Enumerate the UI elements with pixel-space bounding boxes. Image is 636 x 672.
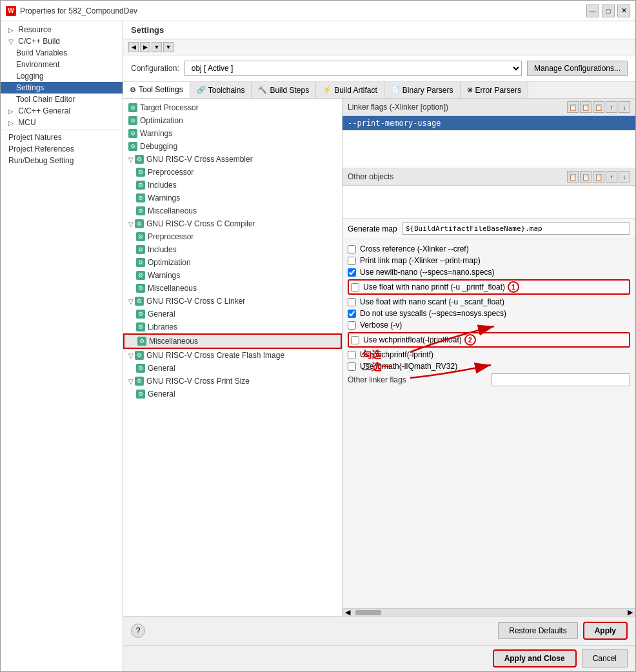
tree-item-gnu-c-linker[interactable]: ▽ ⚙ GNU RISC-V Cross C Linker bbox=[123, 295, 342, 308]
tool-settings-icon: ⚙ bbox=[130, 86, 136, 94]
tree-item-gnu-flash[interactable]: ▽ ⚙ GNU RISC-V Cross Create Flash Image bbox=[123, 349, 342, 362]
scroll-left-btn[interactable]: ◀ bbox=[343, 608, 353, 616]
sidebar-item-resource[interactable]: ▷ Resource bbox=[1, 24, 123, 35]
sidebar-label-tool-chain-editor: Tool Chain Editor bbox=[16, 95, 75, 104]
tree-item-gnu-print-size[interactable]: ▽ ⚙ GNU RISC-V Cross Print Size bbox=[123, 375, 342, 388]
tab-build-artifact[interactable]: ⚡ Build Artifact bbox=[316, 82, 384, 98]
cancel-button[interactable]: Cancel bbox=[582, 649, 628, 667]
sidebar-item-run-debug[interactable]: Run/Debug Setting bbox=[1, 155, 123, 166]
cross-ref-label: Cross reference (-Xlinker --cref) bbox=[360, 244, 469, 253]
linker-general-icon: ⚙ bbox=[136, 310, 145, 319]
float-scanf-checkbox[interactable] bbox=[348, 298, 356, 306]
sidebar-item-logging[interactable]: Logging bbox=[1, 70, 123, 82]
checkbox-verbose: Verbose (-v) bbox=[348, 321, 630, 330]
tree-item-asm-warnings[interactable]: ⚙ Warnings bbox=[123, 192, 342, 204]
minimize-button[interactable]: — bbox=[586, 5, 599, 17]
config-select[interactable]: obj [ Active ] bbox=[184, 61, 522, 76]
sidebar-item-project-references[interactable]: Project References bbox=[1, 143, 123, 155]
verbose-checkbox[interactable] bbox=[348, 321, 356, 330]
tree-item-linker-misc[interactable]: ⚙ Miscellaneous bbox=[123, 333, 342, 349]
tree-item-warnings[interactable]: ⚙ Warnings bbox=[123, 127, 342, 140]
tree-label-c-misc: Miscellaneous bbox=[148, 284, 197, 293]
apply-button[interactable]: Apply bbox=[583, 622, 628, 640]
tree-item-asm-preprocessor[interactable]: ⚙ Preprocessor bbox=[123, 166, 342, 179]
sidebar-item-build-variables[interactable]: Build Variables bbox=[1, 47, 123, 59]
warnings-icon: ⚙ bbox=[128, 129, 137, 138]
scrollbar-thumb[interactable] bbox=[355, 610, 381, 615]
gnu-print-size-icon: ⚙ bbox=[135, 377, 144, 386]
linker-flags-edit-btn[interactable]: 📋 bbox=[580, 101, 591, 113]
other-linker-flags-input[interactable] bbox=[492, 373, 630, 386]
tree-item-linker-general[interactable]: ⚙ General bbox=[123, 308, 342, 321]
sidebar-item-settings[interactable]: Settings bbox=[1, 82, 123, 94]
nav-back-button[interactable]: ◀ bbox=[128, 42, 139, 52]
other-objects-up-btn[interactable]: ↑ bbox=[606, 171, 617, 183]
sidebar-item-environment[interactable]: Environment bbox=[1, 59, 123, 70]
tree-label-gnu-assembler: GNU RISC-V Cross Assembler bbox=[146, 155, 253, 164]
linker-flags-down-btn[interactable]: ↓ bbox=[619, 101, 630, 113]
cross-ref-checkbox[interactable] bbox=[348, 245, 356, 253]
apply-and-close-button[interactable]: Apply and Close bbox=[493, 649, 577, 667]
maximize-button[interactable]: □ bbox=[602, 5, 615, 17]
other-objects-down-btn[interactable]: ↓ bbox=[619, 171, 630, 183]
generate-map-input[interactable] bbox=[402, 222, 630, 235]
wchprintf-label: Use wchprintf(-lprintf) bbox=[360, 350, 433, 359]
tree-item-flash-general[interactable]: ⚙ General bbox=[123, 362, 342, 375]
flag-item-print-memory[interactable]: --print-memory-usage bbox=[343, 116, 635, 130]
binary-parsers-icon: 📄 bbox=[391, 86, 400, 94]
manage-configs-button[interactable]: Manage Configurations... bbox=[527, 61, 628, 76]
nav-forward-button[interactable]: ▶ bbox=[140, 42, 150, 52]
no-syscalls-label: Do not use syscalls (--specs=nosys.specs… bbox=[360, 309, 506, 318]
tree-item-gnu-assembler[interactable]: ▽ ⚙ GNU RISC-V Cross Assembler bbox=[123, 153, 342, 166]
tree-item-asm-includes[interactable]: ⚙ Includes bbox=[123, 179, 342, 192]
tab-error-parsers[interactable]: ⊗ Error Parsers bbox=[461, 82, 528, 98]
newlib-nano-checkbox[interactable] bbox=[348, 268, 356, 277]
asm-includes-icon: ⚙ bbox=[136, 181, 145, 190]
other-objects-edit-btn[interactable]: 📋 bbox=[580, 171, 591, 183]
horizontal-scrollbar[interactable]: ◀ ▶ bbox=[343, 608, 635, 616]
expand-icon-mcu: ▷ bbox=[8, 119, 14, 126]
no-syscalls-checkbox[interactable] bbox=[348, 310, 356, 318]
tab-binary-parsers[interactable]: 📄 Binary Parsers bbox=[384, 82, 461, 98]
wchprintf-checkbox[interactable] bbox=[348, 351, 356, 359]
tree-item-c-warnings[interactable]: ⚙ Warnings bbox=[123, 269, 342, 282]
tree-item-optimization[interactable]: ⚙ Optimization bbox=[123, 114, 342, 127]
linker-flags-delete-btn[interactable]: 📋 bbox=[593, 101, 604, 113]
tab-build-steps[interactable]: 🔨 Build Steps bbox=[252, 82, 316, 98]
tab-tool-settings[interactable]: ⚙ Tool Settings bbox=[123, 82, 190, 98]
close-button[interactable]: ✕ bbox=[617, 5, 630, 17]
tree-label-asm-warnings: Warnings bbox=[148, 193, 180, 203]
linker-flags-up-btn[interactable]: ↑ bbox=[606, 101, 617, 113]
linker-flags-add-btn[interactable]: 📋 bbox=[567, 101, 579, 113]
tab-toolchains[interactable]: 🔗 Toolchains bbox=[190, 82, 252, 98]
tree-item-size-general[interactable]: ⚙ General bbox=[123, 388, 342, 400]
tree-item-c-preprocessor[interactable]: ⚙ Preprocessor bbox=[123, 230, 342, 243]
nav-scroll-bar: ◀ ▶ ▼ ▼ bbox=[123, 39, 635, 55]
detail-panel: Linker flags (-Xlinker [option]) 📋 📋 📋 ↑… bbox=[343, 99, 635, 616]
float-printf-checkbox[interactable] bbox=[351, 283, 359, 292]
nav-down-button[interactable]: ▼ bbox=[152, 42, 162, 52]
sidebar-item-cpp-build[interactable]: ▽ C/C++ Build bbox=[1, 35, 123, 47]
scroll-right-btn[interactable]: ▶ bbox=[625, 608, 635, 616]
tree-item-c-optimization[interactable]: ⚙ Optimization bbox=[123, 256, 342, 269]
tree-item-c-misc[interactable]: ⚙ Miscellaneous bbox=[123, 282, 342, 295]
tree-item-linker-libraries[interactable]: ⚙ Libraries bbox=[123, 321, 342, 333]
restore-defaults-button[interactable]: Restore Defaults bbox=[498, 622, 577, 639]
nav-dropdown-button[interactable]: ▼ bbox=[163, 42, 174, 52]
sidebar-item-tool-chain-editor[interactable]: Tool Chain Editor bbox=[1, 94, 123, 105]
wchprintfloat-checkbox[interactable] bbox=[351, 336, 359, 344]
sidebar-item-project-natures[interactable]: Project Natures bbox=[1, 132, 123, 143]
tree-label-c-warnings: Warnings bbox=[148, 271, 180, 280]
tree-item-gnu-c-compiler[interactable]: ▽ ⚙ GNU RISC-V Cross C Compiler bbox=[123, 217, 342, 230]
tree-item-c-includes[interactable]: ⚙ Includes bbox=[123, 243, 342, 256]
other-objects-delete-btn[interactable]: 📋 bbox=[593, 171, 604, 183]
sidebar-item-mcu[interactable]: ▷ MCU bbox=[1, 117, 123, 128]
tree-item-asm-misc[interactable]: ⚙ Miscellaneous bbox=[123, 204, 342, 217]
iqmath-checkbox[interactable] bbox=[348, 362, 356, 371]
print-link-map-checkbox[interactable] bbox=[348, 257, 356, 265]
other-objects-add-btn[interactable]: 📋 bbox=[567, 171, 579, 183]
tree-item-target-processor[interactable]: ⚙ Target Processor bbox=[123, 101, 342, 114]
help-button[interactable]: ? bbox=[131, 624, 145, 638]
tree-item-debugging[interactable]: ⚙ Debugging bbox=[123, 140, 342, 153]
sidebar-item-cpp-general[interactable]: ▷ C/C++ General bbox=[1, 105, 123, 117]
